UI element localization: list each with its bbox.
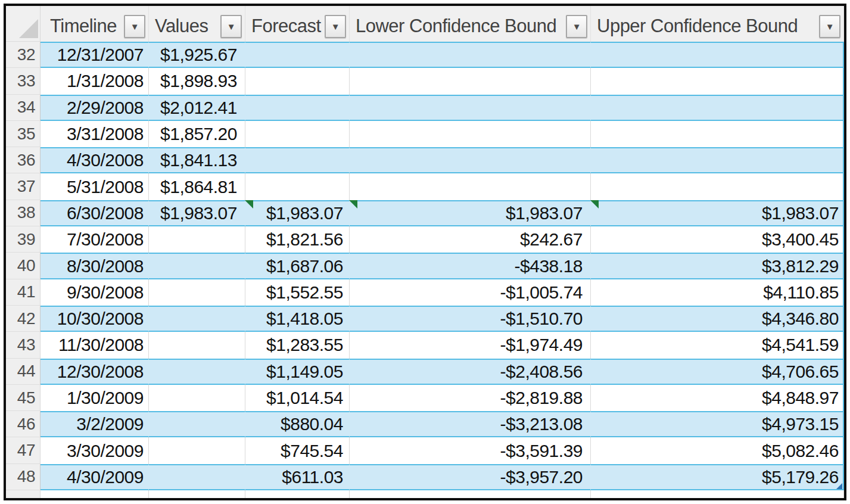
cell-upper[interactable] <box>591 95 844 121</box>
cell-values[interactable] <box>149 359 245 385</box>
cell-lower[interactable] <box>350 490 591 498</box>
cell-timeline[interactable]: 11/30/2008 <box>41 332 149 358</box>
cell-lower[interactable]: -$1,510.70 <box>350 306 591 332</box>
row-number[interactable]: 41 <box>6 279 41 306</box>
row-number[interactable]: 38 <box>6 200 41 226</box>
column-header-forecast[interactable]: Forecast ▼ <box>245 6 350 42</box>
cell-upper[interactable]: $3,812.29 <box>591 253 844 279</box>
cell-timeline[interactable]: 1/31/2008 <box>41 68 149 94</box>
cell-timeline[interactable]: 8/30/2008 <box>41 253 149 279</box>
filter-dropdown-button[interactable]: ▼ <box>566 15 587 38</box>
row-number[interactable]: 34 <box>6 95 41 121</box>
cell-upper[interactable]: $3,400.45 <box>591 226 844 253</box>
filter-dropdown-button[interactable]: ▼ <box>819 15 840 38</box>
row-number[interactable]: 39 <box>6 226 41 253</box>
cell-upper[interactable]: $4,848.97 <box>591 385 844 411</box>
cell-values[interactable]: $1,857.20 <box>149 121 245 147</box>
cell-upper[interactable]: $4,973.15 <box>591 411 844 437</box>
cell-values[interactable] <box>149 226 245 253</box>
cell-lower[interactable] <box>350 121 591 147</box>
cell-forecast[interactable]: $745.54 <box>245 437 350 463</box>
cell-values[interactable] <box>149 253 245 279</box>
cell-lower[interactable]: -$1,974.49 <box>350 332 591 358</box>
table-resize-handle-icon[interactable] <box>836 483 842 489</box>
cell-forecast[interactable] <box>245 42 350 68</box>
cell-values[interactable]: $1,898.93 <box>149 68 245 94</box>
cell-upper[interactable]: $4,706.65 <box>591 359 844 385</box>
cell-timeline[interactable]: 5/31/2008 <box>41 173 149 200</box>
cell-forecast[interactable] <box>245 95 350 121</box>
cell-timeline[interactable]: 4/30/2008 <box>41 147 149 173</box>
cell-timeline[interactable]: 9/30/2008 <box>41 279 149 306</box>
cell-lower[interactable] <box>350 68 591 94</box>
cell-lower[interactable] <box>350 147 591 173</box>
cell-lower[interactable]: -$2,408.56 <box>350 359 591 385</box>
filter-dropdown-button[interactable]: ▼ <box>220 15 242 38</box>
cell-forecast[interactable] <box>245 121 350 147</box>
cell-forecast[interactable] <box>245 490 350 498</box>
cell-upper[interactable]: $4,541.59 <box>591 332 844 358</box>
cell-forecast[interactable]: $880.04 <box>245 411 350 437</box>
row-number[interactable]: 46 <box>6 411 41 437</box>
cell-forecast[interactable]: $1,418.05 <box>245 306 350 332</box>
cell-timeline[interactable]: 12/31/2007 <box>41 42 149 68</box>
cell-forecast[interactable]: $1,552.55 <box>245 279 350 306</box>
cell-timeline[interactable]: 3/31/2008 <box>41 121 149 147</box>
cell-forecast[interactable] <box>245 68 350 94</box>
cell-forecast[interactable]: $1,283.55 <box>245 332 350 358</box>
cell-timeline[interactable]: 12/30/2008 <box>41 359 149 385</box>
cell-timeline[interactable]: 1/30/2009 <box>41 385 149 411</box>
cell-lower[interactable]: -$438.18 <box>350 253 591 279</box>
cell-upper[interactable] <box>591 173 844 200</box>
cell-values[interactable]: $1,864.81 <box>149 173 245 200</box>
cell-timeline[interactable]: 7/30/2008 <box>41 226 149 253</box>
cell-lower[interactable]: -$3,957.20 <box>350 464 591 490</box>
cell-timeline[interactable]: 3/2/2009 <box>41 411 149 437</box>
row-number[interactable]: 44 <box>6 359 41 385</box>
cell-values[interactable]: $1,983.07 <box>149 200 245 226</box>
cell-lower[interactable]: -$1,005.74 <box>350 279 591 306</box>
cell-forecast[interactable]: $611.03 <box>245 464 350 490</box>
row-number[interactable]: 45 <box>6 385 41 411</box>
cell-upper[interactable]: $4,110.85 <box>591 279 844 306</box>
cell-timeline[interactable]: 2/29/2008 <box>41 95 149 121</box>
cell-values[interactable] <box>149 279 245 306</box>
cell-upper[interactable] <box>591 42 844 68</box>
cell-timeline[interactable]: 10/30/2008 <box>41 306 149 332</box>
select-all-cell[interactable] <box>6 6 41 42</box>
cell-lower[interactable] <box>350 173 591 200</box>
cell-values[interactable] <box>149 437 245 463</box>
cell-forecast[interactable] <box>245 147 350 173</box>
row-number[interactable]: 37 <box>6 173 41 200</box>
row-number[interactable] <box>6 490 41 498</box>
row-number[interactable]: 33 <box>6 68 41 94</box>
cell-forecast[interactable]: $1,983.07 <box>245 200 350 226</box>
cell-values[interactable] <box>149 464 245 490</box>
cell-values[interactable]: $1,925.67 <box>149 42 245 68</box>
row-number[interactable]: 32 <box>6 42 41 68</box>
cell-lower[interactable] <box>350 42 591 68</box>
cell-values[interactable]: $1,841.13 <box>149 147 245 173</box>
column-header-lower-confidence-bound[interactable]: Lower Confidence Bound ▼ <box>350 6 591 42</box>
cell-values[interactable] <box>149 306 245 332</box>
column-header-upper-confidence-bound[interactable]: Upper Confidence Bound ▼ <box>591 6 844 42</box>
row-number[interactable]: 43 <box>6 332 41 358</box>
cell-upper[interactable] <box>591 68 844 94</box>
row-number[interactable]: 47 <box>6 437 41 463</box>
cell-forecast[interactable]: $1,821.56 <box>245 226 350 253</box>
cell-values[interactable] <box>149 490 245 498</box>
cell-upper[interactable]: $1,983.07 <box>591 200 844 226</box>
cell-lower[interactable]: -$3,213.08 <box>350 411 591 437</box>
column-header-values[interactable]: Values ▼ <box>149 6 245 42</box>
cell-upper[interactable]: $4,346.80 <box>591 306 844 332</box>
cell-upper[interactable]: $5,179.26 <box>591 464 844 490</box>
row-number[interactable]: 42 <box>6 306 41 332</box>
cell-forecast[interactable]: $1,014.54 <box>245 385 350 411</box>
row-number[interactable]: 48 <box>6 464 41 490</box>
cell-timeline[interactable]: 4/30/2009 <box>41 464 149 490</box>
row-number[interactable]: 36 <box>6 147 41 173</box>
filter-dropdown-button[interactable]: ▼ <box>325 15 346 38</box>
row-number[interactable]: 40 <box>6 253 41 279</box>
cell-upper[interactable] <box>591 147 844 173</box>
cell-lower[interactable]: -$3,591.39 <box>350 437 591 463</box>
